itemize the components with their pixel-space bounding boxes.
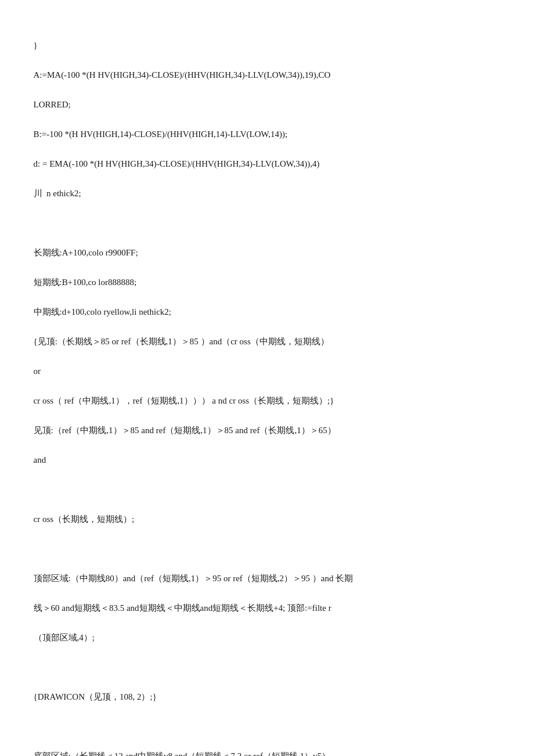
code-line-or1: or <box>34 366 41 376</box>
code-line-11: cr oss（ ref（中期线,1），ref（短期线,1））） a nd cr … <box>34 396 334 405</box>
code-line-18: 底部区域:（长期线＜12 and中期线v8 and（短期线＜7.2 or ref… <box>34 751 331 757</box>
code-line-15: 线＞60 and短期线＜83.5 and短期线＜中期线and短期线＜长期线+4;… <box>34 603 331 613</box>
code-line-10: {见顶:（长期线＞85 or ref（长期线,1）＞85 ）and（cr oss… <box>34 337 329 346</box>
code-line-5: d: = EMA(-100 *(H HV(HIGH,34)-CLOSE)/(HH… <box>34 159 320 168</box>
code-line-12: 见顶:（ref（中期线,1）＞85 and ref（短期线,1）＞85 and … <box>34 426 336 435</box>
code-line-13: cr oss（长期线，短期线）; <box>34 514 135 524</box>
code-line-8: 短期线:B+100,co lor888888; <box>34 278 137 287</box>
code-line-9: 中期线:d+100,colo ryellow,li nethick2; <box>34 307 171 316</box>
code-line-16: （顶部区域,4）; <box>34 633 95 642</box>
code-line-3: LORRED; <box>34 100 71 109</box>
code-line-7: 长期线:A+100,colo r9900FF; <box>34 248 138 257</box>
code-line-1: } <box>34 41 38 50</box>
main-content: } A:=MA(-100 *(H HV(HIGH,34)-CLOSE)/(HHV… <box>29 23 505 756</box>
code-line-and1: and <box>34 455 46 465</box>
code-line-17: {DRAWICON（见顶，108, 2）;} <box>34 692 157 701</box>
code-line-6: 川 n ethick2; <box>34 189 81 198</box>
code-line-2: A:=MA(-100 *(H HV(HIGH,34)-CLOSE)/(HHV(H… <box>34 70 331 80</box>
code-line-4: B:=-100 *(H HV(HIGH,14)-CLOSE)/(HHV(HIGH… <box>34 129 288 139</box>
code-line-14: 顶部区域:（中期线80）and（ref（短期线,1）＞95 or ref（短期线… <box>34 574 353 583</box>
